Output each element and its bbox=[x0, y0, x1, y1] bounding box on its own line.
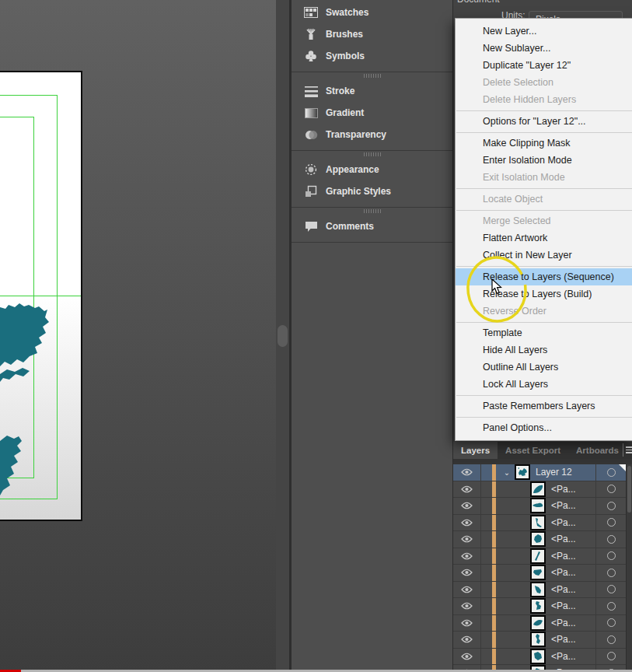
canvas-pasteboard[interactable] bbox=[0, 0, 276, 672]
lock-column[interactable] bbox=[481, 565, 492, 581]
panel-item-brushes[interactable]: Brushes bbox=[292, 23, 452, 45]
layer-thumbnail[interactable] bbox=[530, 598, 546, 614]
layer-name[interactable]: <Pa... bbox=[551, 600, 576, 611]
visibility-toggle[interactable] bbox=[453, 649, 481, 665]
scrollbar-thumb[interactable] bbox=[627, 466, 631, 513]
layers-scrollbar[interactable] bbox=[626, 464, 632, 670]
lock-column[interactable] bbox=[481, 649, 492, 665]
layer-name[interactable]: <Pa... bbox=[551, 584, 576, 595]
layer-thumbnail[interactable] bbox=[530, 515, 546, 530]
panel-item-transparency[interactable]: Transparency bbox=[292, 124, 452, 145]
menu-item-collect-in-new-layer[interactable]: Collect in New Layer bbox=[456, 247, 632, 264]
panel-item-symbols[interactable]: Symbols bbox=[292, 45, 452, 67]
target-circle-icon[interactable] bbox=[607, 652, 616, 660]
visibility-toggle[interactable] bbox=[453, 464, 481, 481]
layer-row-pa[interactable]: <Pa... bbox=[453, 649, 626, 666]
layer-thumbnail[interactable] bbox=[530, 498, 546, 513]
visibility-toggle[interactable] bbox=[453, 598, 481, 614]
menu-item-duplicate-layer-12[interactable]: Duplicate "Layer 12" bbox=[456, 57, 632, 74]
lock-column[interactable] bbox=[481, 632, 492, 648]
panel-item-appearance[interactable]: Appearance bbox=[292, 159, 452, 180]
layer-row-layer-12[interactable]: ⌄Layer 12 bbox=[453, 464, 626, 481]
visibility-toggle[interactable] bbox=[453, 565, 481, 581]
visibility-toggle[interactable] bbox=[453, 498, 481, 514]
lock-column[interactable] bbox=[481, 582, 492, 598]
lock-column[interactable] bbox=[481, 481, 492, 498]
panel-item-swatches[interactable]: Swatches bbox=[292, 2, 452, 23]
lock-column[interactable] bbox=[481, 498, 492, 514]
tab-artboards[interactable]: Artboards bbox=[568, 442, 627, 459]
target-circle-icon[interactable] bbox=[607, 468, 616, 477]
tab-layers[interactable]: Layers bbox=[453, 442, 498, 459]
panel-item-comments[interactable]: Comments bbox=[292, 215, 452, 237]
layer-row-pa[interactable]: <Pa... bbox=[453, 632, 626, 649]
layer-row-pa[interactable]: <Pa... bbox=[453, 481, 626, 499]
target-circle-icon[interactable] bbox=[607, 518, 616, 527]
layer-name[interactable]: <Pa... bbox=[551, 651, 576, 662]
layer-name[interactable]: <Pa... bbox=[551, 618, 576, 628]
menu-item-new-sublayer[interactable]: New Sublayer... bbox=[456, 40, 632, 57]
lock-column[interactable] bbox=[481, 531, 492, 548]
visibility-toggle[interactable] bbox=[453, 615, 481, 632]
visibility-toggle[interactable] bbox=[453, 481, 481, 498]
menu-item-flatten-artwork[interactable]: Flatten Artwork bbox=[456, 229, 632, 247]
layer-name[interactable]: <Pa... bbox=[551, 534, 576, 544]
menu-item-make-clipping-mask[interactable]: Make Clipping Mask bbox=[456, 135, 632, 152]
panel-item-graphic-styles[interactable]: Graphic Styles bbox=[292, 180, 452, 202]
visibility-toggle[interactable] bbox=[453, 632, 481, 648]
layer-name[interactable]: <Pa... bbox=[551, 517, 576, 528]
lock-column[interactable] bbox=[481, 615, 492, 632]
layer-name[interactable]: <Pa... bbox=[551, 567, 576, 578]
expand-chevron-icon[interactable]: ⌄ bbox=[501, 468, 513, 477]
dock-divider-strip[interactable] bbox=[276, 0, 292, 672]
menu-item-release-to-layers-sequence[interactable]: Release to Layers (Sequence) bbox=[456, 268, 632, 285]
target-circle-icon[interactable] bbox=[607, 551, 616, 560]
menu-item-template[interactable]: Template bbox=[456, 324, 632, 341]
lock-column[interactable] bbox=[481, 515, 492, 531]
lock-column[interactable] bbox=[481, 464, 492, 481]
menu-item-enter-isolation-mode[interactable]: Enter Isolation Mode bbox=[456, 152, 632, 169]
layer-thumbnail[interactable] bbox=[530, 582, 546, 597]
layer-thumbnail[interactable] bbox=[530, 615, 546, 631]
visibility-toggle[interactable] bbox=[453, 515, 481, 531]
tab-asset-export[interactable]: Asset Export bbox=[498, 442, 568, 459]
layer-thumbnail[interactable] bbox=[515, 464, 530, 480]
target-circle-icon[interactable] bbox=[607, 535, 616, 544]
layer-row-pa[interactable]: <Pa... bbox=[453, 598, 626, 615]
panel-item-stroke[interactable]: Stroke bbox=[292, 80, 452, 102]
layer-thumbnail[interactable] bbox=[530, 481, 546, 497]
menu-item-outline-all-layers[interactable]: Outline All Layers bbox=[456, 359, 632, 376]
panel-menu-icon[interactable] bbox=[623, 443, 632, 457]
layer-thumbnail[interactable] bbox=[530, 531, 546, 547]
menu-item-release-to-layers-build[interactable]: Release to Layers (Build) bbox=[456, 285, 632, 303]
layer-name[interactable]: <Pa... bbox=[551, 500, 576, 511]
layer-row-pa[interactable]: <Pa... bbox=[453, 582, 626, 599]
visibility-toggle[interactable] bbox=[453, 582, 481, 598]
visibility-toggle[interactable] bbox=[453, 548, 481, 565]
layer-name[interactable]: Layer 12 bbox=[536, 467, 572, 478]
layer-thumbnail[interactable] bbox=[530, 649, 546, 664]
target-circle-icon[interactable] bbox=[607, 618, 616, 627]
layer-row-pa[interactable]: <Pa... bbox=[453, 498, 626, 515]
target-circle-icon[interactable] bbox=[607, 569, 616, 577]
layer-row-pa[interactable]: <Pa... bbox=[453, 565, 626, 582]
layer-name[interactable]: <Pa... bbox=[551, 634, 576, 645]
target-circle-icon[interactable] bbox=[607, 635, 616, 644]
panel-item-gradient[interactable]: Gradient bbox=[292, 102, 452, 124]
menu-item-options-for-layer-12[interactable]: Options for "Layer 12"... bbox=[456, 113, 632, 130]
layer-row-pa[interactable]: <Pa... bbox=[453, 548, 626, 565]
layer-thumbnail[interactable] bbox=[530, 632, 546, 647]
target-circle-icon[interactable] bbox=[607, 585, 616, 593]
target-circle-icon[interactable] bbox=[607, 485, 616, 493]
menu-item-hide-all-layers[interactable]: Hide All Layers bbox=[456, 341, 632, 359]
lock-column[interactable] bbox=[481, 548, 492, 565]
menu-item-new-layer[interactable]: New Layer... bbox=[456, 23, 632, 40]
menu-item-lock-all-layers[interactable]: Lock All Layers bbox=[456, 376, 632, 393]
visibility-toggle[interactable] bbox=[453, 531, 481, 548]
layer-row-pa[interactable]: <Pa... bbox=[453, 531, 626, 548]
layer-name[interactable]: <Pa... bbox=[551, 484, 576, 495]
lock-column[interactable] bbox=[481, 598, 492, 614]
target-circle-icon[interactable] bbox=[607, 602, 616, 611]
menu-item-paste-remembers-layers[interactable]: Paste Remembers Layers bbox=[456, 397, 632, 415]
dock-grip-handle[interactable] bbox=[278, 325, 288, 347]
